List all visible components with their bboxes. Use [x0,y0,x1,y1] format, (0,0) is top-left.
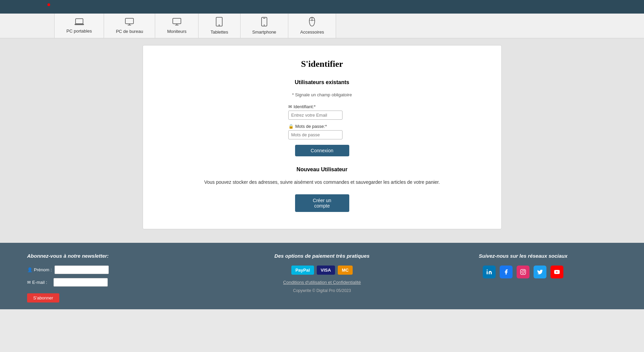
connexion-button[interactable]: Connexion [295,145,349,156]
person-icon: 👤 [27,267,33,272]
footer-email-input[interactable] [54,278,108,287]
laptop-icon [75,18,84,27]
svg-rect-5 [173,18,181,24]
terms-link[interactable]: Conditions d'utilisation et Confidential… [228,280,416,285]
top-bar [0,0,644,14]
twitter-icon[interactable] [534,266,546,278]
instagram-icon[interactable] [517,266,529,278]
svg-point-18 [524,270,525,271]
svg-rect-2 [125,18,133,24]
login-title: S'identifier [163,59,481,69]
required-note: * Signale un champ obligatoire [163,92,481,97]
lock-icon: 🔒 [288,124,294,129]
subscribe-button[interactable]: S'abonner [27,293,59,302]
monitor-icon [172,18,182,27]
svg-rect-16 [521,270,526,275]
main-content: S'identifier Utilisateurs existants * Si… [0,38,644,243]
svg-rect-0 [76,19,83,24]
footer-payment-col: Des options de paiement très pratiques P… [222,253,423,293]
footer-newsletter-col: Abonnez-vous à notre newsletter: 👤 Préno… [20,253,222,302]
smartphone-icon [261,17,267,28]
footer: Abonnez-vous à notre newsletter: 👤 Préno… [0,243,644,309]
password-group: 🔒 Mots de passe:* [288,124,356,139]
newsletter-title: Abonnez-vous à notre newsletter: [27,253,215,259]
nav-accessoires-label: Accessoires [300,30,324,35]
email-row: ✉ E-mail : [27,278,215,287]
envelope-icon: ✉ [27,280,31,285]
payment-title: Des options de paiement très pratiques [228,253,416,259]
payment-icons: PayPal VISA MC [228,266,416,275]
nav-moniteurs-label: Moniteurs [167,29,186,34]
svg-rect-8 [216,17,222,26]
email-input[interactable] [288,111,342,120]
svg-rect-1 [75,24,84,25]
new-user-title: Nouveau Utilisateur [163,167,481,173]
svg-point-17 [522,271,524,273]
social-title: Suivez-nous sur les réseaux sociaux [429,253,617,259]
nav-tablettes[interactable]: Tablettes [199,14,240,38]
create-account-button[interactable]: Créer un compte [295,194,349,212]
mastercard-icon: MC [338,266,353,275]
login-card: S'identifier Utilisateurs existants * Si… [143,45,502,229]
nav-smartphone-label: Smartphone [252,30,276,35]
svg-point-15 [487,270,488,271]
prenom-label: 👤 Prénom: [27,267,52,272]
nav-pc-portables[interactable]: PC portables [54,14,104,38]
visa-icon: VISA [317,266,335,275]
new-user-desc: Vous pouvez stocker des adresses, suivre… [204,179,441,185]
desktop-icon [125,18,134,27]
nav-smartphone[interactable]: Smartphone [241,14,289,38]
nav-tablettes-label: Tablettes [210,30,228,35]
svg-point-9 [219,25,220,26]
mouse-icon [309,17,315,28]
social-icons [429,266,617,278]
svg-point-11 [264,25,265,25]
copyright: Copywrite © Digital Pro 05/2023 [228,288,416,293]
youtube-icon[interactable] [550,266,563,278]
facebook-icon[interactable] [500,266,513,278]
navigation-bar: PC portables PC de bureau Moniteurs [0,14,644,38]
prenom-row: 👤 Prénom: [27,266,215,274]
nav-moniteurs[interactable]: Moniteurs [155,14,199,38]
prenom-input[interactable] [55,266,109,274]
nav-accessoires[interactable]: Accessoires [288,14,336,38]
paypal-icon: PayPal [291,266,314,275]
email-icon: ✉ [288,104,292,109]
linkedin-icon[interactable] [483,266,496,278]
nav-pc-portables-label: PC portables [66,28,92,34]
tablet-icon [215,17,223,28]
footer-email-label: ✉ E-mail : [27,280,51,285]
existing-users-title: Utilisateurs existants [163,79,481,85]
nav-pc-bureau-label: PC de bureau [116,29,143,34]
identifiant-label: ✉ Identifiant:* [288,104,356,109]
identifiant-group: ✉ Identifiant:* [288,104,356,120]
password-label: 🔒 Mots de passe:* [288,124,356,129]
nav-pc-bureau[interactable]: PC de bureau [104,14,155,38]
footer-social-col: Suivez-nous sur les réseaux sociaux [422,253,624,278]
password-input[interactable] [288,130,342,139]
red-dot-indicator [47,3,50,6]
